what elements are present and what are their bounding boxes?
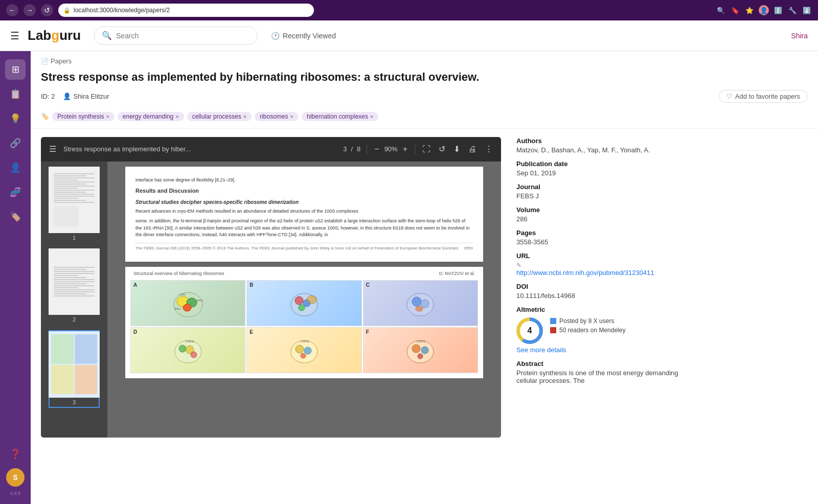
svg-point-26 bbox=[407, 340, 434, 363]
sidebar-item-network[interactable]: 🔗 bbox=[5, 133, 26, 153]
svg-text:CAPH1: CAPH1 bbox=[186, 340, 194, 343]
search-icon[interactable]: 🔍 bbox=[716, 5, 726, 15]
lock-icon: 🔒 bbox=[63, 7, 71, 14]
svg-text:LSU: LSU bbox=[179, 293, 186, 296]
tag-remove-energy-demanding[interactable]: × bbox=[175, 113, 178, 120]
altmetric-x-label: Posted by 8 X users bbox=[559, 317, 614, 325]
figure-cell-a: A LSU SSU PTC bbox=[130, 280, 245, 326]
sidebar-item-people[interactable]: 👤 bbox=[5, 157, 26, 178]
figure-b-svg bbox=[286, 285, 322, 321]
pdf-expand-button[interactable]: ⛶ bbox=[421, 144, 431, 155]
authors-value: Matzov, D., Bashan, A., Yap, M. F., Yona… bbox=[516, 146, 680, 154]
pdf-menu-button[interactable]: ☰ bbox=[48, 143, 57, 155]
info-icon[interactable]: ℹ️ bbox=[773, 5, 783, 15]
pdf-zoom-in-button[interactable]: + bbox=[402, 144, 408, 155]
pdf-rotate-button[interactable]: ↺ bbox=[438, 143, 446, 155]
journal-value: FEBS J bbox=[516, 192, 680, 200]
altmetric-mendeley-label: 50 readers on Mendeley bbox=[559, 327, 625, 334]
pdf-zoom-out-button[interactable]: − bbox=[373, 144, 380, 155]
url-link[interactable]: http://www.ncbi.nlm.nih.gov/pubmed/31230… bbox=[516, 269, 654, 277]
extension-icon[interactable]: 🔧 bbox=[787, 5, 798, 15]
pdf-thumbnail-2[interactable]: 2 bbox=[49, 248, 100, 324]
pages-section: Pages 3558-3565 bbox=[516, 229, 680, 246]
pdf-content-area: 1 bbox=[41, 162, 501, 438]
tag-protein-synthesis[interactable]: Protein synthesis × bbox=[52, 112, 115, 121]
bookmark-icon[interactable]: 🔖 bbox=[730, 5, 740, 15]
breadcrumb: 📄 Papers bbox=[31, 51, 818, 65]
profile-icon[interactable]: 👤 bbox=[759, 5, 769, 15]
tag-hibernation-complexes[interactable]: hibernation complexes × bbox=[302, 112, 379, 121]
url-bar[interactable]: 🔒 localhost:3000/knowledge/papers/2 bbox=[58, 4, 314, 17]
download-icon[interactable]: ⬇️ bbox=[802, 5, 812, 15]
hamburger-button[interactable]: ☰ bbox=[10, 30, 19, 42]
user-icon: 👤 bbox=[63, 93, 71, 100]
pdf-subsection-title: Structural studies decipher species-spec… bbox=[135, 198, 473, 206]
version-label: 6.9.8 bbox=[10, 491, 20, 496]
avatar[interactable]: S bbox=[6, 468, 25, 487]
pub-date-label: Publication date bbox=[516, 160, 680, 168]
figure-cell-c: C bbox=[363, 280, 478, 326]
sidebar-item-lists[interactable]: 📋 bbox=[5, 84, 26, 104]
pdf-download-button[interactable]: ⬇ bbox=[452, 143, 461, 155]
breadcrumb-label[interactable]: Papers bbox=[51, 57, 72, 65]
tag-remove-ribosomes[interactable]: × bbox=[290, 113, 293, 120]
pdf-print-button[interactable]: 🖨 bbox=[467, 144, 478, 155]
sidebar-item-dashboard[interactable]: ⊞ bbox=[5, 59, 26, 80]
sidebar: ⊞ 📋 💡 🔗 👤 🧬 🏷️ ❓ S 6.9.8 bbox=[0, 51, 31, 504]
sidebar-item-biology[interactable]: 🧬 bbox=[5, 182, 26, 202]
tag-energy-demanding[interactable]: energy demanding × bbox=[118, 112, 184, 121]
svg-point-28 bbox=[421, 347, 428, 354]
pdf-page-figure: Structural overview of hibernating ribos… bbox=[125, 267, 483, 378]
back-button[interactable]: ← bbox=[6, 4, 18, 16]
star-icon[interactable]: ⭐ bbox=[744, 5, 755, 15]
paper-title: Stress response as implemented by hibern… bbox=[31, 65, 818, 88]
pdf-thumbnail-1[interactable]: 1 bbox=[49, 167, 100, 242]
pdf-more-button[interactable]: ⋮ bbox=[484, 143, 494, 155]
pdf-thumbnails[interactable]: 1 bbox=[41, 162, 107, 438]
svg-point-15 bbox=[416, 306, 423, 311]
svg-point-3 bbox=[183, 304, 191, 311]
tag-ribosomes[interactable]: ribosomes × bbox=[255, 112, 299, 121]
authors-section: Authors Matzov, D., Bashan, A., Yap, M. … bbox=[516, 137, 680, 154]
altmetric-mendeley-item: 50 readers on Mendeley bbox=[550, 327, 625, 334]
altmetric-legend: Posted by 8 X users 50 readers on Mendel… bbox=[550, 317, 625, 334]
svg-point-19 bbox=[191, 352, 197, 358]
user-name[interactable]: Shira bbox=[791, 32, 808, 40]
altmetric-badge: 4 bbox=[516, 317, 543, 344]
sidebar-item-ideas[interactable]: 💡 bbox=[5, 108, 26, 129]
volume-label: Volume bbox=[516, 206, 680, 214]
tag-remove-cellular-processes[interactable]: × bbox=[243, 113, 246, 120]
svg-point-13 bbox=[412, 297, 421, 306]
tag-cellular-processes[interactable]: cellular processes × bbox=[187, 112, 252, 121]
forward-button[interactable]: → bbox=[24, 4, 36, 16]
app-logo[interactable]: Labguru bbox=[28, 28, 81, 43]
paper-owner: 👤 Shira Elitzur bbox=[63, 93, 109, 100]
svg-text:CAPH1: CAPH1 bbox=[301, 340, 309, 343]
pdf-text-intro: interface has some degree of flexibility… bbox=[135, 177, 473, 184]
search-bar[interactable]: 🔍 bbox=[94, 27, 258, 45]
tag-icon: 🏷️ bbox=[41, 112, 49, 120]
svg-point-8 bbox=[295, 296, 303, 305]
sidebar-item-tags[interactable]: 🏷️ bbox=[5, 207, 26, 227]
recently-viewed-button[interactable]: 🕐 Recently Viewed bbox=[271, 32, 336, 40]
search-icon: 🔍 bbox=[102, 31, 112, 40]
tag-remove-protein-synthesis[interactable]: × bbox=[106, 113, 109, 120]
pdf-zoom: − 90% + bbox=[373, 144, 408, 155]
search-input[interactable] bbox=[116, 32, 250, 40]
sidebar-item-help[interactable]: ❓ bbox=[5, 444, 26, 464]
altmetric-label: Altmetric bbox=[516, 306, 680, 313]
pdf-main-view[interactable]: interface has some degree of flexibility… bbox=[107, 162, 501, 438]
add-favorite-button[interactable]: ♡ Add to favorite papers bbox=[719, 90, 808, 103]
refresh-button[interactable]: ↺ bbox=[41, 4, 53, 16]
pdf-page-text: interface has some degree of flexibility… bbox=[125, 167, 483, 262]
pdf-section: ☰ Stress response as implemented by hibe… bbox=[31, 129, 818, 446]
pub-date-value: Sep 01, 2019 bbox=[516, 169, 680, 177]
journal-label: Journal bbox=[516, 183, 680, 191]
tag-remove-hibernation-complexes[interactable]: × bbox=[370, 113, 373, 120]
pdf-thumbnail-3[interactable]: 3 bbox=[49, 330, 100, 408]
abstract-value: Protein synthesis is one of the most ene… bbox=[516, 369, 680, 384]
url-edit-icon[interactable]: ✎ bbox=[516, 262, 521, 269]
see-more-link[interactable]: See more details bbox=[516, 346, 680, 354]
pdf-footer: The FEBS Journal 286 (2019) 3558–3565 © … bbox=[135, 243, 473, 251]
svg-point-10 bbox=[299, 305, 305, 311]
